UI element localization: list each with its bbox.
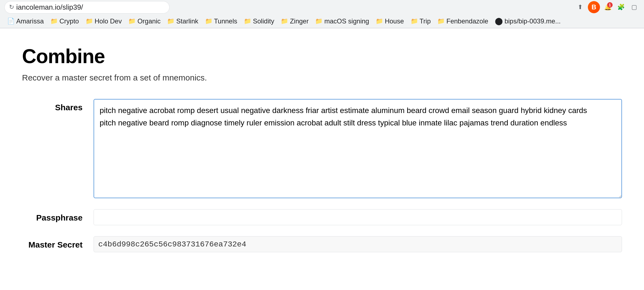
browser-chrome: ↻ iancoleman.io/slip39/ ⬆ B 🔔 1 🧩 ▢ 📄 Am… [0, 0, 644, 28]
share-icon[interactable]: ⬆ [575, 2, 586, 13]
folder-icon: 📁 [205, 18, 212, 25]
folder-icon: 📁 [50, 18, 58, 25]
bookmark-github[interactable]: ⬤ bips/bip-0039.me... [492, 15, 563, 27]
bookmark-label: bips/bip-0039.me... [504, 17, 561, 25]
bookmark-label: Trip [420, 17, 431, 25]
bookmark-organic[interactable]: 📁 Organic [125, 16, 163, 27]
bookmarks-bar: 📄 Amarissa 📁 Crypto 📁 Holo Dev 📁 Organic… [0, 14, 644, 28]
bookmark-label: macOS signing [324, 17, 369, 25]
bookmark-label: Fenbendazole [446, 17, 488, 25]
window-icon[interactable]: ▢ [629, 2, 640, 13]
bookmark-label: Organic [137, 17, 160, 25]
page-title: Combine [22, 45, 622, 68]
folder-icon: 📁 [376, 18, 383, 25]
refresh-icon: ↻ [9, 4, 14, 11]
bookmark-label: Tunnels [214, 17, 238, 25]
master-secret-input[interactable] [94, 236, 622, 252]
bookmark-label: Zinger [290, 17, 309, 25]
passphrase-input[interactable] [94, 209, 622, 225]
bookmark-amarissa[interactable]: 📄 Amarissa [4, 16, 47, 27]
bookmark-solidity[interactable]: 📁 Solidity [241, 16, 277, 27]
folder-icon: 📁 [167, 18, 174, 25]
bookmark-zinger[interactable]: 📁 Zinger [278, 16, 311, 27]
page-icon: 📄 [7, 18, 15, 25]
master-secret-label: Master Secret [22, 236, 83, 249]
address-bar-row: ↻ iancoleman.io/slip39/ ⬆ B 🔔 1 🧩 ▢ [0, 0, 644, 14]
notification-icon[interactable]: 🔔 1 [602, 2, 613, 13]
bookmark-label: Starlink [176, 17, 198, 25]
shares-label: Shares [22, 99, 83, 112]
bookmark-trip[interactable]: 📁 Trip [408, 16, 433, 27]
folder-icon: 📁 [86, 18, 93, 25]
brave-icon[interactable]: B [588, 1, 600, 13]
page-subtitle: Recover a master secret from a set of mn… [22, 73, 622, 82]
folder-icon: 📁 [281, 18, 288, 25]
address-bar[interactable]: ↻ iancoleman.io/slip39/ [4, 1, 170, 14]
bookmark-label: Solidity [253, 17, 274, 25]
notification-badge: 1 [607, 2, 613, 8]
page-content: Combine Recover a master secret from a s… [0, 28, 644, 269]
bookmark-label: House [385, 17, 404, 25]
folder-icon: 📁 [244, 18, 251, 25]
bookmark-fenbendazole[interactable]: 📁 Fenbendazole [435, 16, 491, 27]
bookmark-house[interactable]: 📁 House [373, 16, 406, 27]
bookmark-label: Amarissa [16, 17, 44, 25]
bookmark-label: Crypto [59, 17, 79, 25]
shares-row: Shares pitch negative acrobat romp deser… [22, 99, 622, 198]
bookmark-tunnels[interactable]: 📁 Tunnels [202, 16, 240, 27]
browser-toolbar: ⬆ B 🔔 1 🧩 ▢ [575, 1, 640, 13]
bookmark-label: Holo Dev [95, 17, 122, 25]
shares-textarea[interactable]: pitch negative acrobat romp desert usual… [94, 99, 622, 198]
passphrase-label: Passphrase [22, 209, 83, 222]
bookmark-holo-dev[interactable]: 📁 Holo Dev [83, 16, 125, 27]
bookmark-macos-signing[interactable]: 📁 macOS signing [312, 16, 372, 27]
folder-icon: 📁 [411, 18, 418, 25]
github-icon: ⬤ [495, 17, 503, 25]
folder-icon: 📁 [315, 18, 323, 25]
master-secret-row: Master Secret [22, 236, 622, 252]
folder-icon: 📁 [437, 18, 445, 25]
passphrase-row: Passphrase [22, 209, 622, 225]
url-display[interactable]: iancoleman.io/slip39/ [16, 3, 165, 12]
puzzle-icon[interactable]: 🧩 [615, 2, 626, 13]
form-section: Shares pitch negative acrobat romp deser… [22, 99, 622, 252]
folder-icon: 📁 [128, 18, 136, 25]
bookmark-crypto[interactable]: 📁 Crypto [48, 16, 82, 27]
bookmark-starlink[interactable]: 📁 Starlink [164, 16, 201, 27]
